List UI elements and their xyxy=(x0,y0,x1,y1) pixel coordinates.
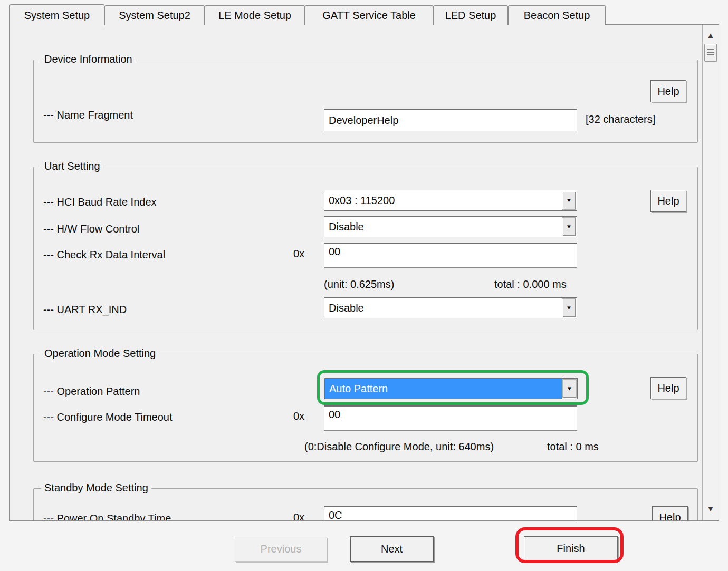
hci-baud-rate-dropdown[interactable]: 0x03 : 115200 ▼ xyxy=(324,190,577,211)
tab-le-mode-setup[interactable]: LE Mode Setup xyxy=(205,5,305,25)
thumb-grip-icon xyxy=(707,49,714,56)
standby-mode-setting-group: Standby Mode Setting --- Power On Standb… xyxy=(33,488,698,521)
operation-mode-setting-group: Operation Mode Setting Help --- Operatio… xyxy=(33,354,698,462)
uart-setting-group: Uart Setting Help --- HCI Baud Rate Inde… xyxy=(33,167,698,330)
device-information-group: Device Information Help --- Name Fragmen… xyxy=(33,60,698,143)
group-title: Uart Setting xyxy=(41,160,103,172)
name-fragment-hint: [32 characters] xyxy=(586,113,655,125)
system-setup-page: Device Information Help --- Name Fragmen… xyxy=(9,24,719,521)
operation-pattern-dropdown[interactable]: Auto Pattern ▼ xyxy=(324,378,578,399)
chevron-down-icon: ▼ xyxy=(567,386,573,391)
tab-gatt-service-table[interactable]: GATT Service Table xyxy=(305,5,433,25)
chevron-down-icon: ▼ xyxy=(566,305,572,311)
hci-baud-rate-label: --- HCI Baud Rate Index xyxy=(43,196,157,208)
group-title: Operation Mode Setting xyxy=(41,347,159,360)
configure-mode-total-note: total : 0 ms xyxy=(547,440,599,453)
tab-system-setup2[interactable]: System Setup2 xyxy=(104,5,205,25)
tab-system-setup[interactable]: System Setup xyxy=(9,4,104,26)
previous-button: Previous xyxy=(235,537,327,562)
configure-mode-timeout-label: --- Configure Mode Timeout xyxy=(43,411,173,423)
dropdown-button[interactable]: ▼ xyxy=(562,298,576,317)
power-on-standby-time-input[interactable]: 0C xyxy=(324,506,577,521)
vertical-scrollbar[interactable]: ▲ ▼ xyxy=(702,25,718,520)
hw-flow-control-dropdown[interactable]: Disable ▼ xyxy=(324,216,577,237)
device-information-help-button[interactable]: Help xyxy=(650,80,686,102)
standby-mode-help-button[interactable]: Help xyxy=(652,506,688,521)
name-fragment-label: --- Name Fragment xyxy=(43,109,133,121)
hw-flow-control-value: Disable xyxy=(324,217,561,237)
hci-baud-rate-value: 0x03 : 115200 xyxy=(324,190,561,210)
hex-prefix: 0x xyxy=(289,247,304,260)
tab-beacon-setup[interactable]: Beacon Setup xyxy=(508,5,606,25)
scroll-up-icon[interactable]: ▲ xyxy=(703,29,719,41)
finish-button[interactable]: Finish xyxy=(524,536,618,560)
configure-mode-timeout-input[interactable]: 00 xyxy=(324,405,577,431)
hex-prefix: 0x xyxy=(289,511,304,521)
group-title: Standby Mode Setting xyxy=(41,482,151,494)
next-button[interactable]: Next xyxy=(350,536,434,562)
check-rx-data-interval-label: --- Check Rx Data Interval xyxy=(43,248,165,261)
operation-pattern-label: --- Operation Pattern xyxy=(43,385,140,398)
scrollbar-thumb[interactable] xyxy=(704,44,717,62)
dropdown-button[interactable]: ▼ xyxy=(562,191,576,210)
dropdown-button[interactable]: ▼ xyxy=(562,379,577,398)
uart-rx-ind-dropdown[interactable]: Disable ▼ xyxy=(324,297,577,318)
uart-rx-ind-label: --- UART RX_IND xyxy=(43,303,127,316)
name-fragment-input[interactable] xyxy=(324,109,577,131)
chevron-down-icon: ▼ xyxy=(566,198,572,203)
hw-flow-control-label: --- H/W Flow Control xyxy=(43,222,139,235)
chevron-down-icon: ▼ xyxy=(566,224,572,229)
check-rx-total-note: total : 0.000 ms xyxy=(494,278,567,291)
uart-setting-help-button[interactable]: Help xyxy=(650,190,686,212)
uart-rx-ind-value: Disable xyxy=(324,298,561,318)
config-window: System Setup System Setup2 LE Mode Setup… xyxy=(0,0,728,571)
check-rx-unit-note: (unit: 0.625ms) xyxy=(324,278,394,291)
check-rx-data-interval-input[interactable]: 00 xyxy=(324,243,577,268)
configure-mode-note: (0:Disable Configure Mode, unit: 640ms) xyxy=(304,440,494,453)
dropdown-button[interactable]: ▼ xyxy=(562,217,576,236)
power-on-standby-time-label: --- Power On Standby Time xyxy=(43,512,171,521)
group-title: Device Information xyxy=(41,53,136,65)
tab-bar: System Setup System Setup2 LE Mode Setup… xyxy=(9,4,606,26)
operation-mode-help-button[interactable]: Help xyxy=(650,377,686,399)
operation-pattern-value: Auto Pattern xyxy=(325,379,562,399)
scroll-down-icon[interactable]: ▼ xyxy=(703,502,719,514)
hex-prefix: 0x xyxy=(289,410,304,422)
tab-led-setup[interactable]: LED Setup xyxy=(433,5,508,25)
